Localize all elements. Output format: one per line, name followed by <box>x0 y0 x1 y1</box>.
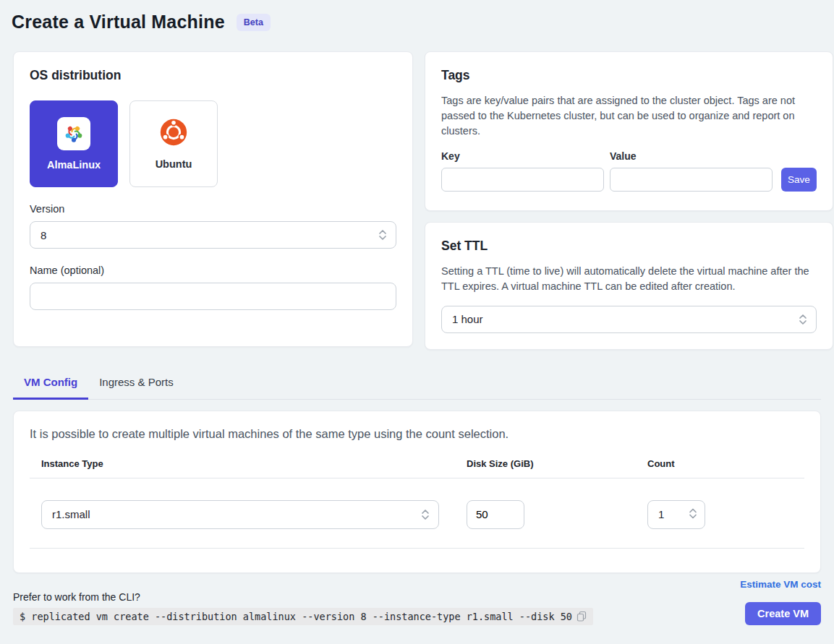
vm-table: Instance Type Disk Size (GiB) Count r1.s… <box>30 458 804 549</box>
version-select-value: 8 <box>41 229 46 241</box>
beta-badge: Beta <box>237 14 271 31</box>
tab-bar: VM Config Ingress & Ports <box>13 369 821 400</box>
tag-value-column: Value <box>610 150 773 192</box>
create-vm-button[interactable]: Create VM <box>745 602 821 625</box>
ttl-select-value: 1 hour <box>452 313 483 325</box>
os-option-almalinux[interactable]: AlmaLinux <box>30 100 118 187</box>
tags-card-title: Tags <box>441 68 817 83</box>
ttl-select[interactable]: 1 hour <box>441 306 817 333</box>
tag-value-input[interactable] <box>610 168 773 192</box>
cli-label: Prefer to work from the CLI? <box>13 591 593 603</box>
tags-card-description: Tags are key/value pairs that are assign… <box>441 93 817 139</box>
set-ttl-card: Set TTL Setting a TTL (time to live) wil… <box>425 222 833 350</box>
page-title: Create a Virtual Machine <box>12 12 225 33</box>
vm-config-intro: It is possible to create multiple virtua… <box>30 427 804 441</box>
right-column: Tags Tags are key/value pairs that are a… <box>425 51 833 350</box>
version-label: Version <box>30 203 396 215</box>
cli-command-text: $ replicated vm create --distribution al… <box>20 611 572 622</box>
instance-type-value: r1.small <box>52 508 90 520</box>
chevron-updown-icon <box>689 507 697 522</box>
tag-key-input[interactable] <box>441 168 604 192</box>
tag-key-label: Key <box>441 150 604 162</box>
os-card-title: OS distribution <box>30 68 396 83</box>
ttl-card-title: Set TTL <box>441 239 817 254</box>
name-label: Name (optional) <box>30 265 396 276</box>
tag-key-value-row: Key Value Save <box>441 150 817 192</box>
tag-value-label: Value <box>610 150 773 162</box>
column-instance-type: Instance Type <box>41 458 467 469</box>
vm-table-header: Instance Type Disk Size (GiB) Count <box>30 458 804 478</box>
vm-table-row: r1.small 1 <box>30 478 804 549</box>
os-option-label: AlmaLinux <box>47 159 101 171</box>
tags-card: Tags Tags are key/value pairs that are a… <box>425 51 833 211</box>
instance-type-select[interactable]: r1.small <box>41 500 439 529</box>
footer-actions: Estimate VM cost Create VM <box>740 579 821 625</box>
count-value: 1 <box>658 508 664 520</box>
ubuntu-icon <box>159 118 188 150</box>
ttl-card-description: Setting a TTL (time to live) will automa… <box>441 264 817 294</box>
almalinux-icon <box>57 117 90 150</box>
tab-ingress-ports[interactable]: Ingress & Ports <box>88 369 184 400</box>
top-cards: OS distribution AlmaLinux <box>13 51 821 350</box>
create-vm-page: Create a Virtual Machine Beta OS distrib… <box>0 0 834 644</box>
column-count: Count <box>647 458 804 469</box>
version-select[interactable]: 8 <box>30 221 396 249</box>
chevron-updown-icon <box>799 313 807 326</box>
vm-config-card: It is possible to create multiple virtua… <box>13 411 821 573</box>
footer: Prefer to work from the CLI? $ replicate… <box>13 579 821 625</box>
save-tag-button[interactable]: Save <box>781 168 817 192</box>
os-options: AlmaLinux <box>30 100 396 187</box>
column-disk-size: Disk Size (GiB) <box>467 458 647 469</box>
cli-block: Prefer to work from the CLI? $ replicate… <box>13 591 593 625</box>
os-option-ubuntu[interactable]: Ubuntu <box>129 100 218 187</box>
count-stepper[interactable]: 1 <box>647 500 705 529</box>
name-input[interactable] <box>30 283 396 310</box>
disk-size-input[interactable] <box>467 500 524 529</box>
estimate-vm-cost-link[interactable]: Estimate VM cost <box>740 579 821 590</box>
os-option-label: Ubuntu <box>156 158 192 170</box>
chevron-updown-icon <box>421 508 430 521</box>
copy-icon[interactable] <box>576 611 587 622</box>
chevron-updown-icon <box>378 228 387 241</box>
tab-vm-config[interactable]: VM Config <box>13 369 88 400</box>
cli-command: $ replicated vm create --distribution al… <box>13 608 593 625</box>
page-header: Create a Virtual Machine Beta <box>12 12 821 33</box>
os-distribution-card: OS distribution AlmaLinux <box>13 51 413 347</box>
tag-key-column: Key <box>441 150 604 192</box>
